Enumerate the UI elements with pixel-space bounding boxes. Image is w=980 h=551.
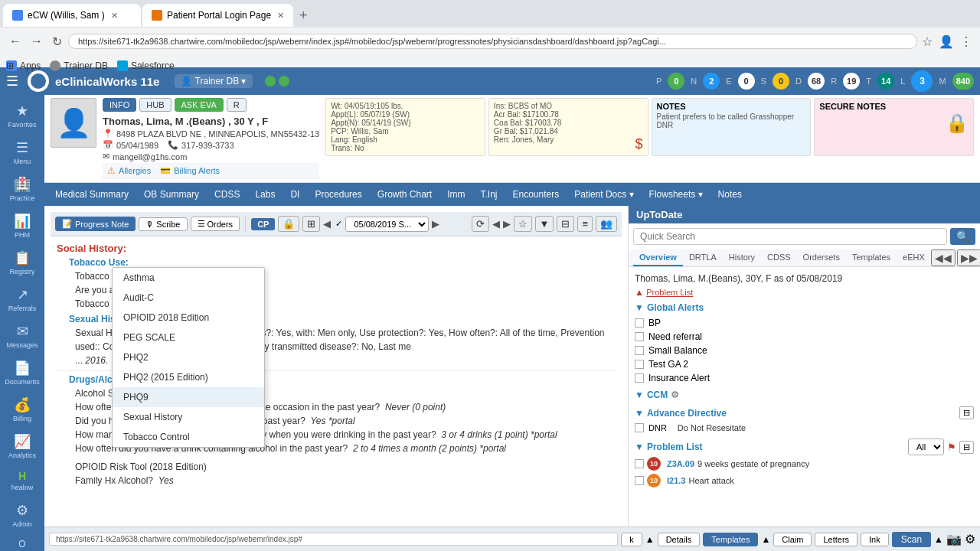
nav-di[interactable]: DI: [283, 186, 307, 203]
ccm-header[interactable]: ▼ CCM ⚙: [635, 390, 974, 400]
nav-flowsheets[interactable]: Flowsheets ▾: [642, 186, 710, 203]
filter-btn[interactable]: ⊟: [557, 216, 574, 232]
advance-directive-header[interactable]: ▼ Advance Directive: [635, 408, 727, 419]
uptodate-tab-drtla[interactable]: DRTLA: [683, 249, 723, 266]
prob2-checkbox[interactable]: [635, 476, 644, 485]
address-bar[interactable]: https://site671-tk2a9638.chartwire.com/m…: [68, 34, 917, 49]
dropdown-item-opioid[interactable]: OPIOID 2018 Edition: [113, 308, 264, 328]
sidebar-item-referrals[interactable]: ↗ Referrals: [0, 282, 44, 317]
uptodate-tab-eehx[interactable]: eEHX: [897, 249, 931, 266]
ink-btn[interactable]: Ink: [861, 533, 889, 546]
uptodate-prev2-btn[interactable]: ▶▶: [957, 249, 980, 266]
billing-alerts-link[interactable]: 💳 Billing Alerts: [160, 166, 220, 176]
grid-toolbar-icon[interactable]: ⊞: [302, 216, 320, 232]
hamburger-menu-icon[interactable]: ☰: [6, 73, 18, 90]
scan-btn[interactable]: Scan: [892, 532, 931, 547]
prev-btn[interactable]: ◀: [323, 218, 331, 230]
people-btn[interactable]: 👥: [596, 216, 617, 232]
dropdown-item-tobacco[interactable]: Tobacco Control: [113, 427, 264, 447]
star-toolbar-icon[interactable]: ☆: [514, 216, 532, 232]
nav-imm[interactable]: Imm: [439, 186, 472, 203]
sidebar-item-phm[interactable]: 📊 PHM: [0, 208, 44, 243]
problem-expand-btn[interactable]: ⊟: [959, 441, 974, 454]
problem-filter-select[interactable]: All: [908, 439, 944, 455]
uptodate-tab-overview[interactable]: Overview: [633, 249, 683, 266]
orders-btn[interactable]: ☰ Orders: [191, 217, 240, 231]
prob1-checkbox[interactable]: [635, 459, 644, 468]
uptodate-tab-ordersets[interactable]: Ordersets: [797, 249, 846, 266]
dropdown-item-sexual[interactable]: Sexual History: [113, 407, 264, 427]
uptodate-tab-templates[interactable]: Templates: [846, 249, 897, 266]
camera-icon[interactable]: 📷: [946, 532, 962, 546]
scan-arrow-up-icon[interactable]: ▲: [934, 534, 943, 545]
uptodate-prev-btn[interactable]: ◀◀: [931, 249, 956, 266]
testga2-checkbox[interactable]: [635, 360, 644, 369]
nav-growth-chart[interactable]: Growth Chart: [370, 186, 439, 203]
settings-icon[interactable]: ⚙: [965, 532, 975, 546]
sidebar-item-healow[interactable]: H healow: [0, 465, 44, 496]
problem-list-header[interactable]: ▼ Problem List: [635, 442, 703, 452]
dropdown-item-phq9[interactable]: PHQ9: [113, 387, 264, 407]
arrow-up-icon[interactable]: ▲: [645, 534, 655, 545]
uptodate-search-button[interactable]: 🔍: [950, 228, 975, 245]
nav-medical-summary[interactable]: Medical Summary: [47, 186, 136, 203]
info-tab[interactable]: INFO: [103, 98, 136, 112]
nav-cdss[interactable]: CDSS: [207, 186, 247, 203]
nav-notes[interactable]: Notes: [710, 186, 750, 203]
uptodate-search-input[interactable]: [633, 228, 947, 245]
sidebar-item-analytics[interactable]: 📈 Analytics: [0, 429, 44, 464]
sidebar-item-admin[interactable]: ⚙ Admin: [0, 497, 44, 533]
arrange-btn[interactable]: ≡: [577, 216, 593, 232]
tab-portal-close[interactable]: ✕: [277, 11, 284, 21]
sidebar-item-practice[interactable]: 🏥 Practice: [0, 171, 44, 207]
claim-btn[interactable]: Claim: [773, 533, 812, 546]
tab-ecw[interactable]: eCW (Willis, Sam ) ✕: [3, 4, 141, 27]
bookmark-salesforce[interactable]: Salesforce: [117, 60, 175, 71]
bookmark-star-icon[interactable]: ☆: [920, 33, 934, 51]
next-btn[interactable]: ▶: [432, 218, 439, 230]
profile-icon[interactable]: 👤: [937, 33, 956, 51]
user-dropdown[interactable]: 👤 Trainer DB ▾: [175, 74, 252, 88]
nav-encounters[interactable]: Encounters: [505, 186, 567, 203]
tab-ecw-close[interactable]: ✕: [111, 11, 118, 21]
reload-button[interactable]: ↻: [49, 33, 65, 51]
bookmark-apps[interactable]: ⊞ Apps: [6, 60, 41, 71]
problem-snomed-link[interactable]: ▲ Problem List: [635, 287, 974, 298]
r-tab[interactable]: R: [227, 98, 247, 112]
allergies-link[interactable]: ⚠ Allergies: [107, 165, 151, 176]
filter-icon-btn[interactable]: ⟳: [472, 216, 489, 232]
dropdown-item-audit[interactable]: Audit-C: [113, 288, 264, 308]
tab-portal[interactable]: Patient Portal Login Page ✕: [142, 4, 293, 27]
new-tab-button[interactable]: +: [295, 8, 312, 24]
nav-next2[interactable]: ▶: [503, 218, 511, 230]
dropdown-item-phq2-2015[interactable]: PHQ2 (2015 Edition): [113, 367, 264, 387]
sidebar-item-messages[interactable]: ✉ Messages: [0, 318, 44, 354]
progress-note-btn[interactable]: 📝 Progress Note: [55, 217, 136, 231]
dropdown-item-asthma[interactable]: Asthma: [113, 268, 264, 288]
hub-tab[interactable]: HUB: [139, 98, 171, 112]
k-btn[interactable]: k: [621, 533, 642, 546]
uptodate-tab-history[interactable]: History: [723, 249, 761, 266]
more-options-icon[interactable]: ⋮: [959, 33, 974, 51]
lock-toolbar-icon[interactable]: 🔒: [278, 216, 299, 232]
sidebar-item-registry[interactable]: 📋 Registry: [0, 245, 44, 280]
cp-btn[interactable]: CP: [251, 218, 275, 230]
date-selector[interactable]: 05/08/2019 S...: [345, 217, 429, 232]
sidebar-item-billing[interactable]: 💰 Billing: [0, 392, 44, 427]
insurance-checkbox[interactable]: [635, 373, 644, 383]
dropdown-item-peg[interactable]: PEG SCALE: [113, 328, 264, 347]
bookmark-trainerdb[interactable]: Trainer DB: [50, 60, 108, 71]
referral-checkbox[interactable]: [635, 332, 644, 341]
dnr-checkbox[interactable]: [635, 423, 644, 432]
more-icon-btn[interactable]: ▼: [535, 216, 554, 232]
sidebar-item-documents[interactable]: 📄 Documents: [0, 355, 44, 390]
scribe-btn[interactable]: 🎙 Scribe: [139, 217, 187, 231]
nav-ob-summary[interactable]: OB Summary: [136, 186, 207, 203]
forward-button[interactable]: →: [28, 33, 46, 50]
details-btn[interactable]: Details: [658, 533, 701, 546]
sidebar-item-menu[interactable]: ☰ Menu: [0, 135, 44, 170]
ask-eva-tab[interactable]: ASK EVA: [175, 98, 224, 112]
bp-checkbox[interactable]: [635, 318, 644, 328]
back-button[interactable]: ←: [6, 33, 24, 50]
nav-prev2[interactable]: ◀: [492, 218, 500, 230]
